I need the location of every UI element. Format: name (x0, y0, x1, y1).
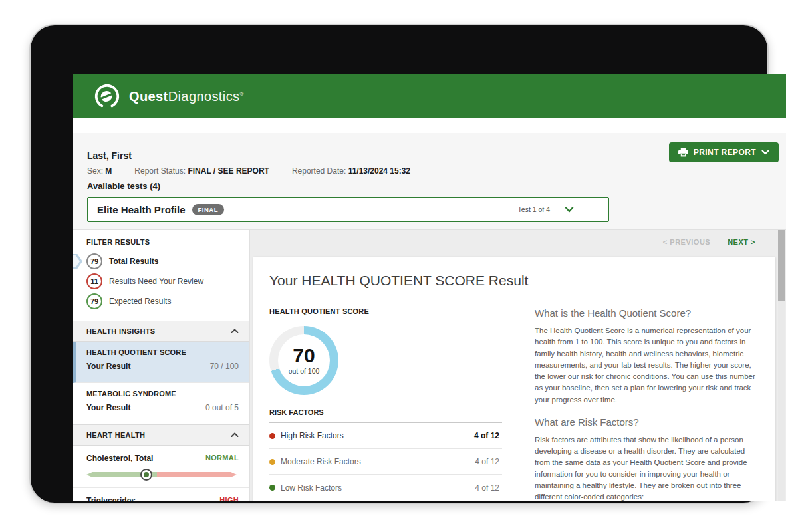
tablet-frame: QuestDiagnostics® Last, First Sex: M Rep… (29, 24, 769, 504)
brand-text: QuestDiagnostics® (129, 89, 244, 104)
sidebar-item-cholesterol-total[interactable]: Cholesterol, Total NORMAL (73, 446, 249, 488)
risk-factors-heading: RISK FACTORS (269, 408, 502, 423)
gauge-marker-icon (140, 469, 152, 481)
total-results-count-badge: 79 (86, 253, 102, 269)
available-tests-label: Available tests (4) (87, 181, 160, 191)
test-name: Elite Health Profile (97, 204, 186, 215)
item-title: HEALTH QUOTIENT SCORE (86, 348, 239, 356)
print-report-label: PRINT REPORT (694, 148, 756, 157)
test-position: Test 1 of 4 (518, 205, 550, 213)
filter-label: Results Need Your Review (109, 277, 203, 286)
cholesterol-header-row: Cholesterol, Total NORMAL (86, 454, 239, 463)
moderate-risk-dot-icon (269, 459, 275, 465)
chevron-down-icon (565, 207, 574, 213)
risk-value: 4 of 12 (475, 457, 502, 466)
article-heading-2: What are Risk Factors? (535, 416, 759, 428)
header-divider-strip (73, 118, 786, 133)
risk-label: Moderate Risk Factors (281, 457, 361, 466)
score-section-heading: HEALTH QUOTIENT SCORE (269, 307, 502, 315)
filter-expected-results[interactable]: 79 Expected Results (73, 291, 249, 311)
filter-results-title: FILTER RESULTS (86, 238, 249, 246)
risk-value: 4 of 12 (474, 431, 502, 440)
result-main-panel: < PREVIOUS NEXT > Your HEALTH QUOTIENT S… (250, 230, 786, 501)
risk-label: High Risk Factors (281, 431, 344, 440)
gauge-bar (86, 472, 237, 477)
risk-row-moderate: Moderate Risk Factors 4 of 12 (269, 449, 502, 475)
risk-value: 4 of 12 (475, 483, 502, 493)
high-risk-dot-icon (269, 433, 275, 439)
risk-label: Low Risk Factors (281, 483, 342, 493)
chevron-up-icon (231, 432, 239, 438)
filter-label: Total Results (109, 257, 158, 266)
sidebar-item-health-quotient-score[interactable]: HEALTH QUOTIENT SCORE Your Result 70 / 1… (73, 342, 249, 383)
reported-date: Reported Date: 11/13/2024 15:32 (292, 166, 410, 176)
score-column: HEALTH QUOTIENT SCORE 70 out of 100 RISK… (269, 307, 517, 501)
heart-health-section-header[interactable]: HEART HEALTH (73, 424, 249, 446)
expected-results-count-badge: 79 (86, 293, 102, 309)
item-result-row: Your Result 70 / 100 (86, 362, 239, 371)
cholesterol-label: Cholesterol, Total (86, 454, 153, 463)
heart-health-label: HEART HEALTH (86, 431, 145, 439)
final-status-badge: FINAL (192, 204, 224, 215)
print-report-button[interactable]: PRINT REPORT (669, 142, 779, 162)
patient-sex: Sex: M (87, 166, 112, 176)
result-title: Your HEALTH QUOTIENT SCORE Result (269, 273, 759, 289)
selector-right-group: Test 1 of 4 (518, 205, 599, 213)
health-insights-section-header[interactable]: HEALTH INSIGHTS (73, 321, 249, 342)
report-status: Report Status: FINAL / SEE REPORT (134, 166, 269, 176)
health-insights-label: HEALTH INSIGHTS (86, 327, 155, 335)
item-result-row: Your Result 0 out of 5 (86, 403, 239, 412)
risk-row-low: Low Risk Factors 4 of 12 (269, 475, 502, 501)
registered-mark: ® (239, 91, 243, 97)
item-title: METABOLIC SYNDROME (86, 390, 239, 398)
results-sidebar: FILTER RESULTS 79 Total Results 11 Resul… (73, 230, 250, 501)
donut-score-caption: out of 100 (289, 367, 320, 375)
cholesterol-status-badge: NORMAL (205, 454, 239, 463)
chevron-down-icon (761, 150, 769, 155)
brand-light: Diagnostics (168, 89, 240, 104)
needs-review-count-badge: 11 (86, 273, 102, 289)
patient-info-bar: Last, First Sex: M Report Status: FINAL … (73, 133, 786, 230)
patient-meta-row: Sex: M Report Status: FINAL / SEE REPORT… (87, 166, 410, 176)
explanation-column: What is the Health Quotient Score? The H… (517, 307, 759, 501)
test-selector-dropdown[interactable]: Elite Health Profile FINAL Test 1 of 4 (87, 197, 609, 222)
next-button[interactable]: NEXT > (728, 238, 755, 246)
article-paragraph-1: The Health Quotient Score is a numerical… (535, 325, 759, 406)
result-value: 0 out of 5 (205, 403, 239, 412)
filter-label: Expected Results (109, 297, 171, 306)
triglycerides-label: Triglycerides (86, 496, 136, 501)
triglycerides-status-badge: HIGH (219, 496, 239, 501)
low-risk-dot-icon (269, 485, 275, 491)
printer-icon (678, 148, 688, 157)
donut-score-value: 70 (293, 346, 315, 366)
filter-total-results[interactable]: 79 Total Results (73, 251, 249, 271)
patient-name: Last, First (87, 150, 132, 161)
article-heading-1: What is the Health Quotient Score? (535, 307, 759, 319)
brand-bold: Quest (129, 89, 168, 104)
health-quotient-donut: 70 out of 100 (269, 326, 338, 395)
result-card: Your HEALTH QUOTIENT SCORE Result HEALTH… (253, 257, 775, 501)
cholesterol-gauge (86, 472, 237, 477)
risk-row-high: High Risk Factors 4 of 12 (269, 423, 502, 449)
result-label: Your Result (86, 362, 130, 371)
scrollbar-track[interactable] (778, 230, 785, 501)
scrollbar-thumb[interactable] (778, 230, 785, 301)
result-pagination: < PREVIOUS NEXT > (663, 238, 755, 246)
filter-needs-review[interactable]: 11 Results Need Your Review (73, 271, 249, 291)
sidebar-item-metabolic-syndrome[interactable]: METABOLIC SYNDROME Your Result 0 out of … (73, 383, 249, 424)
screen: QuestDiagnostics® Last, First Sex: M Rep… (73, 74, 786, 501)
app-header: QuestDiagnostics® (73, 74, 786, 118)
article-paragraph-2: Risk factors are attributes that show th… (535, 434, 759, 501)
donut-center: 70 out of 100 (278, 334, 330, 386)
chevron-up-icon (231, 329, 239, 334)
result-label: Your Result (86, 403, 130, 412)
quest-logo-icon (93, 82, 121, 110)
sidebar-item-triglycerides[interactable]: Triglycerides HIGH (73, 488, 249, 501)
result-value: 70 / 100 (210, 362, 239, 371)
brand-logo: QuestDiagnostics® (93, 82, 244, 110)
previous-button[interactable]: < PREVIOUS (663, 238, 710, 246)
